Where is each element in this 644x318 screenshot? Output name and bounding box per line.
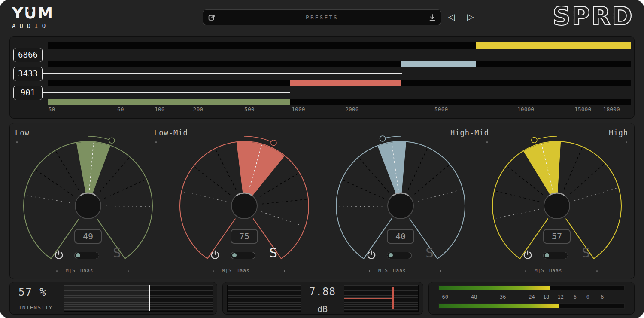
- toggle-knob: [76, 253, 80, 257]
- power-icon[interactable]: [522, 250, 533, 261]
- band-range-low[interactable]: [48, 99, 290, 105]
- param-dot: [284, 270, 285, 272]
- crossover-frequency-value[interactable]: 3433: [13, 67, 43, 81]
- spread-value[interactable]: 49: [74, 229, 102, 244]
- spectrum-panel: 5060100200500100020005000100001500018000…: [9, 36, 635, 119]
- ms-label: M|S: [535, 268, 544, 273]
- dial-guide-line: [26, 196, 70, 203]
- db-slider-handle[interactable]: [392, 287, 394, 309]
- dial-guide-line: [195, 167, 230, 195]
- power-icon[interactable]: [54, 250, 64, 261]
- meter-scale-tick: -12: [554, 294, 564, 300]
- freq-axis-tick: 100: [155, 106, 164, 113]
- db-panel: 7.88 dB: [222, 282, 423, 315]
- toggle-knob: [389, 253, 393, 257]
- intensity-slider[interactable]: [64, 285, 213, 312]
- preset-bar[interactable]: PRESETS: [203, 9, 441, 25]
- param-dot: [596, 270, 598, 272]
- sprd-logo: SPRD: [553, 3, 634, 30]
- solo-button[interactable]: S: [425, 245, 434, 261]
- presets-menu[interactable]: PRESETS: [220, 14, 424, 21]
- crossover-frequency-value[interactable]: 901: [13, 86, 43, 100]
- spread-value[interactable]: 75: [231, 229, 258, 244]
- dial-guide-line: [100, 158, 128, 192]
- band-range-low-mid[interactable]: [290, 80, 402, 86]
- freq-axis-tick: 60: [117, 106, 124, 113]
- dial-guide-line: [338, 206, 383, 207]
- frequency-band-display: 5060100200500100020005000100001500018000: [48, 37, 631, 118]
- dial-guide-line: [343, 180, 384, 199]
- band-range-high-mid[interactable]: [401, 61, 476, 67]
- freq-axis-tick: 18000: [603, 106, 620, 113]
- intensity-slider-handle[interactable]: [149, 285, 150, 311]
- ms-haas-toggle[interactable]: [74, 252, 99, 259]
- rotation-handle[interactable]: [532, 137, 537, 143]
- ms-haas-toggle[interactable]: [543, 252, 568, 259]
- spectrum-bar-row-high: [48, 42, 631, 49]
- previous-preset-button[interactable]: ◁: [448, 12, 455, 22]
- export-preset-icon[interactable]: [207, 13, 216, 22]
- output-meter-panel: -60-48-36-24-18-12-606: [428, 282, 635, 315]
- db-value: 7.88: [301, 286, 344, 300]
- freq-axis-tick: 5000: [434, 106, 448, 113]
- rotation-handle[interactable]: [271, 140, 276, 146]
- meter-scale-tick: -24: [526, 294, 535, 300]
- haas-label: Haas: [393, 268, 406, 273]
- dial-guide-line: [418, 190, 461, 201]
- haas-label: Haas: [237, 268, 250, 273]
- dial-guide-line: [571, 164, 604, 194]
- dial-guide-line: [496, 191, 539, 202]
- brand-logo: YUM AUDIO: [12, 5, 76, 29]
- ms-label: M|S: [66, 268, 76, 273]
- db-slider-left[interactable]: [227, 285, 301, 312]
- smiley-eye-dot: [27, 9, 29, 12]
- meter-scale-tick: -18: [540, 294, 550, 300]
- freq-axis-tick: 15000: [574, 106, 591, 113]
- meter-scale-tick: 6: [601, 294, 604, 300]
- spectrum-bar-row-high-mid: [48, 61, 631, 67]
- freq-axis-tick: 2000: [345, 106, 358, 113]
- freq-axis-tick: 50: [49, 106, 55, 113]
- spectrum-bar-row-low: [48, 99, 631, 105]
- band-gauges-panel: Low 49 S M|S Haas Low-Mid 75: [9, 123, 635, 279]
- power-icon[interactable]: [210, 250, 220, 261]
- crossover-line: [43, 92, 290, 93]
- meter-fill-left: [439, 286, 550, 290]
- dial-guide-line: [56, 152, 79, 190]
- band-range-high[interactable]: [476, 42, 631, 49]
- db-slider-right[interactable]: [344, 285, 419, 312]
- intensity-readout: 57 % INTENSITY: [10, 286, 65, 311]
- param-dot: [369, 270, 370, 272]
- save-preset-icon[interactable]: [428, 13, 437, 22]
- haas-label: Haas: [80, 268, 94, 273]
- dial-guide-line: [262, 199, 307, 204]
- spread-value[interactable]: 57: [543, 229, 571, 244]
- gauge-knob[interactable]: [544, 193, 570, 219]
- brand-sub: AUDIO: [12, 22, 76, 29]
- freq-axis-tick: 10000: [517, 106, 534, 113]
- crossover-line: [43, 55, 477, 55]
- ms-haas-toggle[interactable]: [387, 252, 412, 259]
- power-icon[interactable]: [366, 250, 377, 261]
- gauge-knob[interactable]: [388, 193, 413, 219]
- meter-fill-right: [439, 304, 559, 308]
- param-dot: [440, 270, 441, 272]
- ms-label: M|S: [222, 268, 232, 273]
- solo-button[interactable]: S: [582, 245, 590, 261]
- rotation-handle[interactable]: [109, 138, 115, 143]
- rotation-handle[interactable]: [380, 136, 386, 141]
- intensity-value: 57 %: [10, 286, 65, 301]
- spread-value[interactable]: 40: [387, 229, 414, 244]
- gauge-knob[interactable]: [231, 193, 257, 219]
- dial-guide-line: [104, 180, 145, 199]
- solo-button[interactable]: S: [113, 245, 121, 261]
- intensity-slider-fill: [64, 285, 149, 311]
- next-preset-button[interactable]: ▷: [467, 12, 474, 22]
- dial-guide-line: [106, 206, 151, 206]
- rotation-arm: [88, 136, 112, 141]
- crossover-frequency-value[interactable]: 6866: [13, 48, 43, 62]
- ms-haas-toggle[interactable]: [231, 252, 255, 259]
- gauge-knob[interactable]: [75, 193, 101, 219]
- toggle-knob: [545, 253, 549, 257]
- solo-button[interactable]: S: [269, 245, 277, 261]
